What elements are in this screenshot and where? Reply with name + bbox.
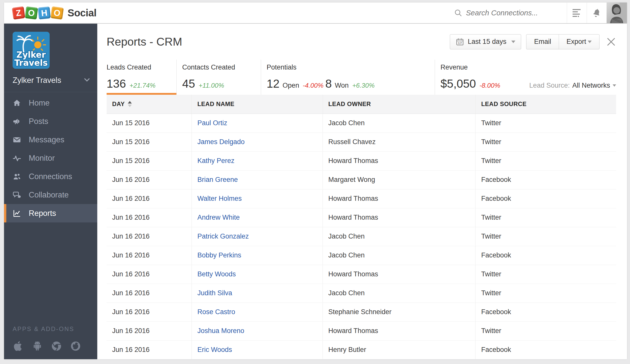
lead-name-link[interactable]: Rose Castro [197,308,235,316]
lead-name-link[interactable]: Brian Greene [197,176,238,183]
lead-name-link[interactable]: Betty Woods [197,270,236,278]
cell-lead-source: Facebook [476,246,616,265]
sidebar-item-collaborate[interactable]: Collaborate [4,186,97,204]
table-row: Jun 16 2016 Joshua Moreno Howard Thomas … [107,321,616,340]
cell-lead-owner: Jacob Chen [323,284,476,303]
lead-name-link[interactable]: Patrick Gonzalez [197,233,249,240]
apps-addons-section: APPS & ADD-ONS [13,325,81,353]
cell-lead-owner: Henry Butler [323,340,476,359]
stat-leads-created[interactable]: Leads Created 136 +21.74% [107,60,176,95]
sidebar-item-label: Home [29,98,50,108]
lead-source-filter[interactable]: Lead Source: All Networks [529,82,616,89]
stat-label: Leads Created [107,63,176,71]
chrome-icon[interactable] [51,341,62,353]
cell-lead-source: Twitter [476,208,616,227]
cell-lead-owner: Jacob Chen [323,246,476,265]
cell-lead-source: Facebook [476,189,616,208]
android-icon[interactable] [32,341,43,353]
page-title: Reports - CRM [107,35,182,48]
apple-icon[interactable] [13,341,24,353]
stat-label: Contacts Created [182,63,261,71]
sidebar-item-monitor[interactable]: Monitor [4,149,97,167]
notifications-button[interactable] [587,3,607,23]
sidebar-item-reports[interactable]: Reports [4,204,97,222]
firefox-icon[interactable] [70,341,81,353]
close-report-button[interactable] [606,37,616,47]
column-header-lead-name[interactable]: LEAD NAME [192,95,323,114]
caret-down-icon [613,84,616,87]
cell-lead-source: Twitter [476,284,616,303]
potentials-won: 8 Won +6.30% [325,77,384,90]
cell-lead-name: James Delgado [192,133,323,151]
sort-icon [128,101,132,107]
feeds-menu-button[interactable] [567,3,587,23]
column-header-lead-source[interactable]: LEAD SOURCE [476,95,616,114]
stat-value: 12 [267,77,279,90]
table-row: Jun 15 2016 Paul Ortiz Jacob Chen Twitte… [107,114,616,133]
sidebar-item-connections[interactable]: Connections [4,167,97,186]
stat-value: $5,050 [440,77,476,90]
cell-lead-owner: Howard Thomas [323,265,476,284]
lead-name-link[interactable]: James Delgado [197,138,245,146]
lead-name-link[interactable]: Walter Holmes [197,195,242,202]
search-input[interactable] [466,9,557,17]
lead-name-link[interactable]: Joshua Moreno [197,327,244,335]
cell-lead-source: Twitter [476,265,616,284]
zoho-logo-blocks: ZOHO [13,7,63,19]
cell-day: Jun 16 2016 [107,189,192,208]
lead-source-label: Lead Source: [529,82,570,89]
cell-lead-name: Judith Silva [192,284,323,303]
stat-delta: -8.00% [480,82,500,89]
zoho-block-H: H [38,6,51,19]
lead-name-link[interactable]: Paul Ortiz [197,119,227,127]
date-range-button[interactable]: 17 Last 15 days [450,34,521,49]
table-row: Jun 16 2016 Andrew White Howard Thomas T… [107,208,616,227]
lead-name-link[interactable]: Kathy Perez [197,157,234,164]
sidebar-nav: Home Posts Messages Monitor Connections … [4,94,97,222]
cell-day: Jun 16 2016 [107,303,192,321]
cell-lead-owner: Stephanie Schneider [323,303,476,321]
sidebar-item-label: Posts [29,117,48,126]
envelope-icon [13,135,23,144]
zoho-block-O: O [25,6,38,19]
table-row: Jun 15 2016 Kathy Perez Howard Thomas Tw… [107,151,616,170]
stat-potentials[interactable]: Potentials 12 Open -4.00% 8 Won +6.30% 3… [261,60,435,95]
column-header-lead-owner[interactable]: LEAD OWNER [323,95,476,114]
cell-lead-owner: Jacob Chen [323,227,476,246]
megaphone-icon [13,117,23,126]
cell-lead-source: Twitter [476,114,616,133]
apps-icons-row [13,341,81,353]
cell-day: Jun 16 2016 [107,170,192,189]
zylker-travels-logo[interactable]: Zylker Travels [13,32,50,69]
brand-switcher[interactable]: Zylker Travels [13,76,90,85]
cell-lead-source: Twitter [476,151,616,170]
lead-name-link[interactable]: Eric Woods [197,346,232,353]
lead-name-link[interactable]: Judith Silva [197,289,232,297]
table-row: Jun 16 2016 Bobby Perkins Jacob Chen Fac… [107,246,616,265]
table-row: Jun 16 2016 Rose Castro Stephanie Schnei… [107,303,616,321]
stat-value: 136 [107,77,126,90]
table-row: Jun 16 2016 Walter Holmes Howard Thomas … [107,189,616,208]
caret-down-icon [588,41,592,43]
email-button[interactable]: Email [526,35,559,49]
app-window: ZOHO Social [4,3,627,359]
people-icon [13,172,23,181]
column-header-day[interactable]: DAY [107,95,192,114]
sidebar-item-messages[interactable]: Messages [4,130,97,149]
stat-revenue[interactable]: Revenue $5,050 -8.00% Lead Source: All N… [435,60,616,95]
user-avatar[interactable] [607,3,627,23]
zoho-social-logo[interactable]: ZOHO Social [13,7,97,19]
lead-name-link[interactable]: Bobby Perkins [197,251,241,259]
svg-text:17: 17 [458,41,462,45]
sidebar-item-posts[interactable]: Posts [4,112,97,130]
lead-name-link[interactable]: Andrew White [197,214,240,221]
sidebar-item-home[interactable]: Home [4,94,97,112]
cell-lead-name: Eric Woods [192,340,323,359]
sidebar-item-label: Collaborate [29,190,69,200]
cell-day: Jun 15 2016 [107,114,192,133]
stat-contacts-created[interactable]: Contacts Created 45 +11.00% [176,60,261,95]
search-connections[interactable] [454,9,567,17]
cell-lead-source: Facebook [476,303,616,321]
cell-lead-name: Kathy Perez [192,151,323,170]
export-button[interactable]: Export [559,35,599,49]
